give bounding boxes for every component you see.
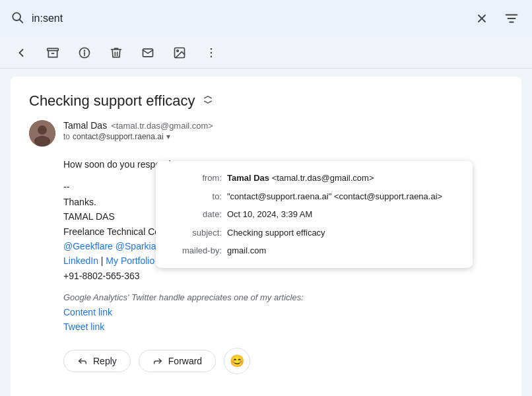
- to-label: to: [63, 132, 70, 141]
- to-email: contact@support.raena.ai: [73, 132, 164, 141]
- content-link[interactable]: Content link: [63, 307, 112, 317]
- avatar: [29, 120, 55, 147]
- forward-label: Forward: [168, 356, 202, 366]
- reply-label: Reply: [93, 356, 117, 366]
- snooze-icon[interactable]: [202, 94, 214, 109]
- search-icon: [11, 11, 24, 27]
- toolbar: [0, 37, 532, 69]
- sparkian-link[interactable]: @Sparkian: [116, 241, 161, 251]
- search-filter-button[interactable]: [502, 9, 521, 28]
- back-button[interactable]: [11, 44, 32, 62]
- forward-button[interactable]: Forward: [139, 350, 216, 372]
- delete-button[interactable]: [106, 44, 127, 62]
- phone: +91-8802-565-363: [63, 269, 503, 283]
- popup-subject-value: Checking support efficacy: [227, 226, 459, 240]
- more-button[interactable]: [201, 44, 222, 62]
- emoji-icon: 😊: [230, 354, 244, 368]
- sender-email: <tamal.tr.das@gmail.com>: [111, 121, 213, 131]
- sender-name: Tamal Das: [63, 120, 107, 131]
- search-close-button[interactable]: [473, 9, 491, 28]
- popup-to-row: to: "contact@support.raena.ai" <contact@…: [169, 190, 459, 203]
- sender-row: Tamal Das <tamal.tr.das@gmail.com> to co…: [29, 120, 503, 147]
- search-bar: in:sent: [0, 0, 532, 37]
- popup-from-email: <tamal.tr.das@gmail.com>: [272, 173, 374, 183]
- svg-rect-7: [48, 48, 59, 50]
- popup-date-row: date: Oct 10, 2024, 3:39 AM: [169, 208, 459, 221]
- svg-point-17: [211, 55, 213, 57]
- email-action-button[interactable]: [137, 44, 158, 62]
- to-row: to contact@support.raena.ai ▾: [63, 132, 503, 141]
- popup-to-label: to:: [169, 190, 222, 203]
- popup-to-value: "contact@support.raena.ai" <contact@supp…: [227, 190, 459, 203]
- popup-from-name: Tamal Das: [227, 173, 269, 183]
- action-buttons: Reply Forward 😊: [63, 348, 503, 374]
- info-button[interactable]: [74, 44, 95, 62]
- analytics-text: Google Analytics' Twitter handle appreci…: [63, 291, 503, 305]
- popup-subject-row: subject: Checking support efficacy: [169, 226, 459, 240]
- svg-point-15: [211, 48, 213, 50]
- popup-date-value: Oct 10, 2024, 3:39 AM: [227, 208, 459, 221]
- search-input[interactable]: in:sent: [32, 13, 465, 24]
- search-actions: [473, 9, 521, 28]
- tweet-link[interactable]: Tweet link: [63, 321, 104, 332]
- svg-point-20: [34, 136, 50, 147]
- email-area: Checking support efficacy Tamal Das: [11, 77, 521, 396]
- emoji-button[interactable]: 😊: [224, 348, 250, 374]
- popup-subject-label: subject:: [169, 226, 222, 240]
- email-details-popup: from: Tamal Das <tamal.tr.das@gmail.com>…: [156, 161, 473, 268]
- popup-from-value: Tamal Das <tamal.tr.das@gmail.com>: [227, 172, 459, 185]
- svg-line-1: [20, 19, 23, 22]
- geekflare-link[interactable]: @Geekflare: [63, 241, 113, 251]
- popup-from-label: from:: [169, 172, 222, 185]
- popup-date-label: date:: [169, 208, 222, 221]
- popup-mailed-by-value: gmail.com: [227, 244, 459, 257]
- tweet-link-row: Tweet link: [63, 319, 503, 334]
- svg-point-19: [38, 125, 47, 135]
- popup-mailed-by-label: mailed-by:: [169, 244, 222, 257]
- content-link-row: Content link: [63, 305, 503, 319]
- email-subject: Checking support efficacy: [29, 92, 503, 110]
- reply-button[interactable]: Reply: [63, 350, 131, 372]
- popup-from-row: from: Tamal Das <tamal.tr.das@gmail.com>: [169, 172, 459, 185]
- sender-name-row: Tamal Das <tamal.tr.das@gmail.com>: [63, 120, 503, 131]
- popup-mailed-by-row: mailed-by: gmail.com: [169, 244, 459, 257]
- avatar-image: [29, 120, 55, 147]
- svg-point-14: [177, 50, 179, 51]
- linkedin-link[interactable]: LinkedIn: [63, 255, 98, 266]
- sender-info: Tamal Das <tamal.tr.das@gmail.com> to co…: [63, 120, 503, 141]
- subject-text: Checking support efficacy: [29, 92, 195, 110]
- archive-button[interactable]: [42, 44, 63, 62]
- svg-point-16: [211, 51, 213, 53]
- portfolio-link[interactable]: My Portfolio: [106, 255, 154, 266]
- to-dropdown-arrow[interactable]: ▾: [166, 132, 170, 141]
- image-action-button[interactable]: [169, 44, 190, 62]
